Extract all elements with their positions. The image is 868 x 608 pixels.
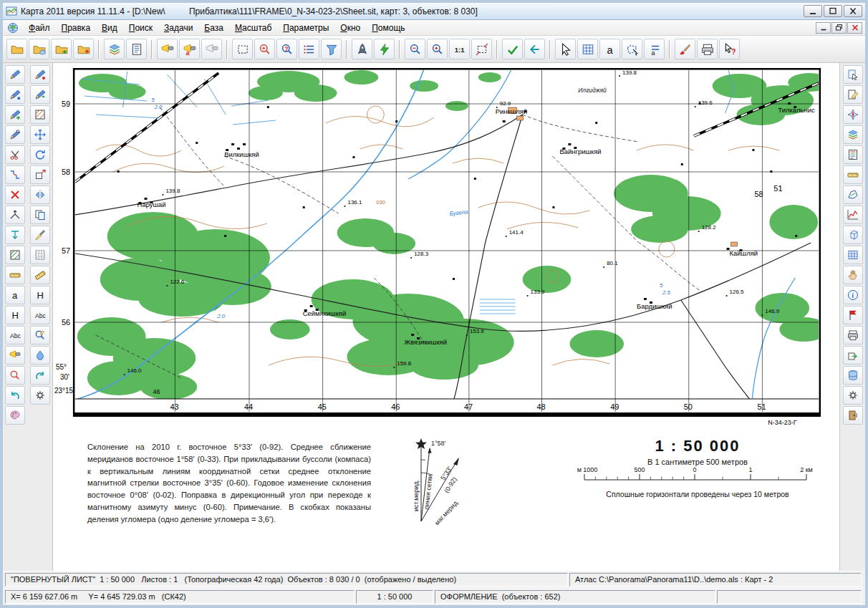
object-info-button[interactable]: i (843, 286, 863, 304)
fill-hatch-button[interactable] (30, 105, 50, 124)
menu-view[interactable]: Вид (96, 21, 123, 34)
align-node-button[interactable] (5, 226, 25, 244)
menu-scale[interactable]: Масштаб (229, 21, 277, 34)
horizontal-text-button[interactable]: H (5, 306, 25, 324)
menu-search[interactable]: Поиск (123, 21, 158, 34)
close-editor-button[interactable] (843, 406, 863, 425)
quick-search-button[interactable] (374, 39, 395, 59)
pan-map-button[interactable] (843, 266, 863, 284)
layer-control-button[interactable] (843, 125, 863, 144)
zoom-1-1-button[interactable]: 1:1 (449, 39, 470, 59)
zoom-in-button[interactable] (427, 39, 448, 59)
measure-distance-button[interactable] (843, 165, 863, 184)
print-fragment-button[interactable] (843, 326, 863, 344)
copy-object-button[interactable] (30, 206, 50, 224)
highlight-objects-button[interactable] (157, 39, 178, 59)
grid-selection-button[interactable] (30, 246, 50, 264)
open-database-button[interactable] (29, 39, 49, 59)
search-by-condition-button[interactable]: ? (276, 39, 297, 59)
sheet-grid-button[interactable] (577, 39, 598, 59)
measure-length-button[interactable] (5, 266, 25, 284)
menu-file[interactable]: Файл (23, 21, 56, 34)
highlight-labels-button[interactable]: a (179, 39, 200, 59)
map-legend-button[interactable] (843, 145, 863, 164)
highlight-edit-button[interactable] (5, 346, 25, 365)
water-fill-button[interactable] (30, 346, 50, 365)
redo-button[interactable] (30, 366, 50, 385)
apply-selection-button[interactable] (502, 39, 523, 59)
compass-north-button[interactable] (843, 105, 863, 124)
merge-objects-button[interactable] (5, 165, 25, 184)
map-composition-button[interactable] (104, 39, 125, 59)
select-area-button[interactable] (232, 39, 253, 59)
view-3d-button[interactable] (843, 226, 863, 244)
menu-tasks[interactable]: Задачи (158, 21, 198, 34)
cut-object-button[interactable] (5, 145, 25, 164)
undo-button[interactable] (5, 386, 25, 405)
open-map-button[interactable] (6, 39, 27, 59)
rotate-object-button[interactable] (30, 145, 50, 164)
filter-objects-button[interactable] (321, 39, 342, 59)
database-table-button[interactable] (843, 366, 863, 385)
search-object-button[interactable] (254, 39, 275, 59)
minimize-button[interactable] (804, 5, 822, 17)
zoom-out-button[interactable] (405, 39, 425, 59)
sheet-description-button[interactable] (126, 39, 147, 59)
map-design-button[interactable] (675, 39, 695, 59)
copy-attributes-button[interactable] (30, 226, 50, 244)
continue-line-button[interactable] (5, 105, 25, 124)
create-map-button[interactable] (73, 39, 94, 59)
create-area-button[interactable] (30, 85, 50, 104)
find-text-button[interactable]: a (599, 39, 620, 59)
search-edit-button[interactable] (5, 366, 25, 385)
mirror-object-button[interactable] (30, 185, 50, 204)
graphic-overlay-button[interactable] (5, 406, 25, 425)
edit-nodes-button[interactable] (5, 125, 25, 144)
place-text-button[interactable]: a (5, 286, 25, 304)
ruler-angle-button[interactable] (30, 266, 50, 284)
editor-settings-button[interactable] (30, 386, 50, 405)
horizontal-caption-button[interactable]: H (30, 286, 50, 304)
build-profile-button[interactable] (843, 206, 863, 224)
menu-window[interactable]: Окно (334, 21, 366, 34)
sheet-scheme-button[interactable] (843, 246, 863, 264)
create-smooth-button[interactable] (30, 65, 50, 84)
object-list-button[interactable] (299, 39, 319, 59)
select-map-view-button[interactable] (843, 65, 863, 84)
map-canvas[interactable]: 5958575655°30'23°15'46434445464748495051… (53, 63, 839, 430)
menu-help[interactable]: Помощь (366, 21, 410, 34)
create-object-button[interactable] (5, 65, 25, 84)
draw-sheet-button[interactable] (843, 85, 863, 104)
mdi-minimize-button[interactable] (816, 22, 831, 34)
mdi-close-button[interactable] (847, 22, 862, 34)
menu-options[interactable]: Параметры (277, 21, 334, 34)
hatch-area-button[interactable] (5, 246, 25, 264)
context-help-button[interactable]: ? (719, 39, 740, 59)
magnify-edit-button[interactable] (30, 326, 50, 344)
open-atlas-button[interactable] (51, 39, 72, 59)
bookmark-button[interactable] (843, 306, 863, 324)
caption-abc-button[interactable]: Abc (5, 326, 25, 344)
navigator-button[interactable] (352, 39, 372, 59)
current-scale[interactable]: 1 : 50 000 (356, 590, 433, 604)
scale-object-button[interactable] (30, 165, 50, 184)
topology-edit-button[interactable] (5, 206, 25, 224)
previous-view-button[interactable] (524, 39, 545, 59)
caption-style-button[interactable]: Abc (30, 306, 50, 324)
mdi-restore-button[interactable] (831, 22, 847, 34)
select-tool-button[interactable] (555, 39, 576, 59)
menu-edit[interactable]: Правка (56, 21, 97, 34)
name-search-button[interactable]: a (644, 39, 665, 59)
highlight-off-button[interactable] (201, 39, 222, 59)
maximize-button[interactable] (824, 5, 842, 17)
calc-area-button[interactable] (843, 185, 863, 204)
zoom-to-frame-button[interactable] (471, 39, 492, 59)
close-button[interactable] (844, 5, 862, 17)
print-button[interactable] (697, 39, 718, 59)
create-polyline-button[interactable] (5, 85, 25, 104)
export-fragment-button[interactable] (843, 346, 863, 365)
select-by-contour-button[interactable] (622, 39, 642, 59)
menu-database[interactable]: База (198, 21, 229, 34)
move-object-button[interactable] (30, 125, 50, 144)
delete-object-button[interactable] (5, 185, 25, 204)
